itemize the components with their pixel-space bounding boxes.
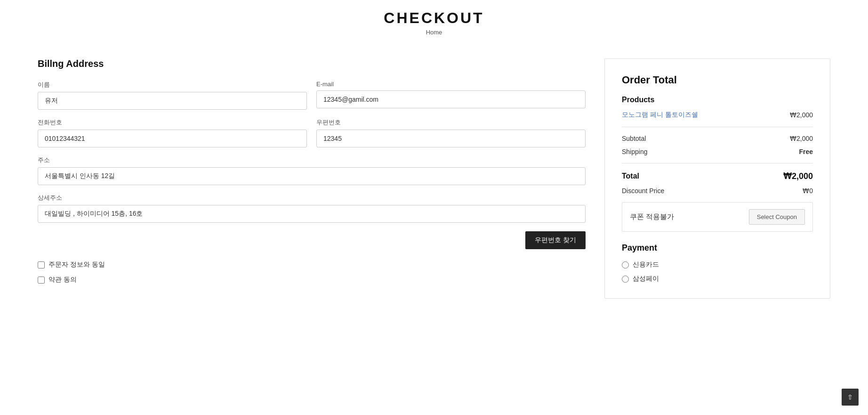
zip-search-button[interactable]: 우편번호 찾기: [525, 231, 586, 249]
order-section: Order Total Products 모노그램 페니 톨토이즈쉘 ₩2,00…: [604, 58, 830, 299]
samsung-pay-radio[interactable]: [622, 276, 629, 283]
phone-label: 전화번호: [38, 118, 307, 127]
phone-zip-row: 전화번호 우편번호: [38, 118, 586, 147]
page-header: CHECKOUT Home: [0, 0, 868, 40]
terms-checkbox[interactable]: [38, 277, 45, 284]
name-input[interactable]: [38, 92, 307, 110]
phone-group: 전화번호: [38, 118, 307, 147]
subtotal-label: Subtotal: [622, 135, 646, 142]
payment-title: Payment: [622, 243, 813, 253]
product-price: ₩2,000: [790, 111, 813, 119]
divider-1: [622, 127, 813, 127]
address-input[interactable]: [38, 167, 586, 185]
divider-2: [622, 163, 813, 163]
zip-group: 우편번호: [316, 118, 586, 147]
email-label: E-mail: [316, 81, 586, 88]
credit-card-radio[interactable]: [622, 261, 629, 269]
main-content: Billng Address 이름 E-mail 전화번호 우편번호 주소: [0, 40, 868, 336]
discount-value: ₩0: [803, 187, 813, 195]
payment-options: 신용카드 삼성페이: [622, 260, 813, 283]
payment-samsung-pay[interactable]: 삼성페이: [622, 275, 813, 283]
page-title: CHECKOUT: [0, 9, 868, 27]
terms-label: 약관 동의: [48, 276, 77, 284]
zip-search-row: 우편번호 찾기: [38, 231, 586, 249]
order-same-label: 주문자 정보와 동일: [48, 260, 105, 269]
breadcrumb[interactable]: Home: [426, 29, 442, 36]
name-label: 이름: [38, 81, 307, 89]
subtotal-value: ₩2,000: [790, 135, 813, 142]
name-email-row: 이름 E-mail: [38, 81, 586, 110]
product-name[interactable]: 모노그램 페니 톨토이즈쉘: [622, 111, 698, 119]
zip-input[interactable]: [316, 130, 586, 147]
shipping-row: Shipping Free: [622, 148, 813, 155]
shipping-label: Shipping: [622, 148, 648, 155]
discount-row: Discount Price ₩0: [622, 187, 813, 195]
discount-label: Discount Price: [622, 187, 664, 195]
total-row: Total ₩2,000: [622, 171, 813, 181]
phone-input[interactable]: [38, 130, 307, 147]
payment-credit-card[interactable]: 신용카드: [622, 260, 813, 269]
detail-address-label: 상세주소: [38, 194, 586, 202]
coupon-text: 쿠폰 적용불가: [630, 212, 674, 221]
total-value: ₩2,000: [783, 171, 813, 181]
credit-card-label: 신용카드: [633, 260, 659, 269]
billing-section: Billng Address 이름 E-mail 전화번호 우편번호 주소: [38, 58, 586, 291]
address-label: 주소: [38, 156, 586, 164]
subtotal-row: Subtotal ₩2,000: [622, 135, 813, 142]
terms-checkbox-item[interactable]: 약관 동의: [38, 276, 586, 284]
detail-address-group: 상세주소: [38, 194, 586, 223]
product-row: 모노그램 페니 톨토이즈쉘 ₩2,000: [622, 111, 813, 119]
products-label: Products: [622, 96, 813, 104]
billing-section-title: Billng Address: [38, 58, 586, 69]
email-group: E-mail: [316, 81, 586, 110]
select-coupon-button[interactable]: Select Coupon: [749, 209, 805, 225]
name-group: 이름: [38, 81, 307, 110]
samsung-pay-label: 삼성페이: [633, 275, 659, 283]
order-same-checkbox-item[interactable]: 주문자 정보와 동일: [38, 260, 586, 269]
zip-label: 우편번호: [316, 118, 586, 127]
email-input[interactable]: [316, 90, 586, 108]
order-title: Order Total: [622, 74, 813, 86]
detail-address-input[interactable]: [38, 205, 586, 223]
address-group: 주소: [38, 156, 586, 185]
coupon-section: 쿠폰 적용불가 Select Coupon: [622, 202, 813, 232]
total-label: Total: [622, 172, 639, 180]
checkbox-group: 주문자 정보와 동일 약관 동의: [38, 260, 586, 284]
order-same-checkbox[interactable]: [38, 261, 45, 269]
shipping-value: Free: [799, 148, 813, 155]
